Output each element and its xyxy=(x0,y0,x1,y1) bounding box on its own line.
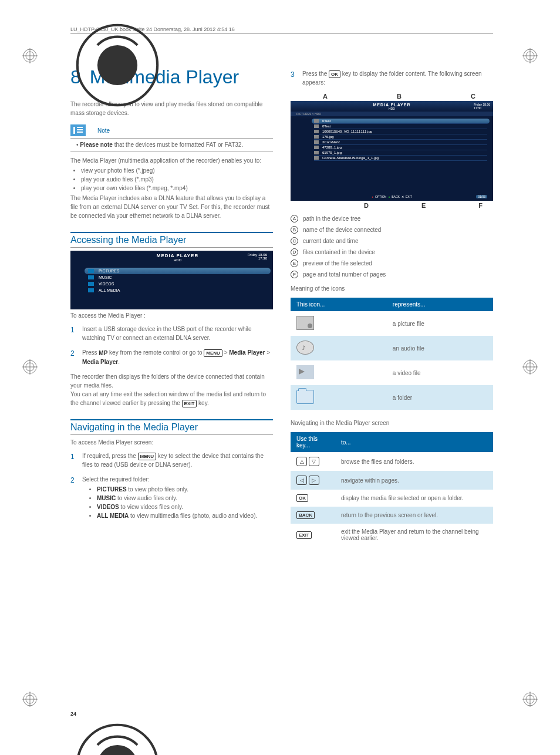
feature-item: view your photo files (*.jpeg) xyxy=(81,166,273,175)
callout-d-text: files contained in the device xyxy=(303,249,375,255)
registration-mark-icon xyxy=(22,359,38,375)
th-to: to... xyxy=(335,432,493,452)
icon-row-text: a video file xyxy=(387,360,493,385)
note-box: Note • Please note that the devices must… xyxy=(70,124,273,151)
icon-row-text: a folder xyxy=(387,385,493,410)
key-row-text: navigate within pages. xyxy=(335,471,493,490)
access-caption: To access the Media Player : xyxy=(70,311,273,320)
callout-b-text: name of the device connected xyxy=(303,227,381,233)
folder-icon xyxy=(296,390,314,404)
ok-keycap: OK xyxy=(329,70,340,78)
feature-item: play your audio files (*.mp3) xyxy=(81,175,273,184)
note-label: Note xyxy=(97,127,110,134)
corner-mark-icon xyxy=(518,21,531,34)
up-arrow-key-icon: △ xyxy=(296,457,307,466)
feature-item: play your own video files (*.mpeg, *.mp4… xyxy=(81,184,273,193)
nav-steps: 1 If required, press the MENU key to sel… xyxy=(70,451,273,521)
callout-label-a: A xyxy=(323,93,328,100)
key-function-table: Use this key...to... △ ▽browse the files… xyxy=(291,432,493,546)
menu-keycap: MENU xyxy=(204,349,222,357)
nav-step-1: If required, press the MENU key to selec… xyxy=(82,451,273,469)
nav-screen-caption: Navigating in the Media Player screen xyxy=(291,419,493,427)
picture-file-icon xyxy=(296,316,314,330)
callout-c-icon: C xyxy=(291,237,298,245)
corner-mark-icon xyxy=(29,721,42,734)
corner-mark-icon xyxy=(29,21,42,34)
down-arrow-key-icon: ▽ xyxy=(309,457,319,466)
nav-step-2: Select the required folder: PICTURES to … xyxy=(82,475,273,521)
mp-key-icon: MP xyxy=(99,349,107,358)
meaning-caption: Meaning of the icons xyxy=(291,284,493,293)
ok-keycap: OK xyxy=(296,494,308,502)
step-2: Press MP key from the remote control or … xyxy=(82,348,273,366)
callout-label-b: B xyxy=(397,93,402,100)
callout-label-c: C xyxy=(471,93,475,100)
callout-a-text: path in the device tree xyxy=(303,215,360,222)
callout-e-text: preview of the file selected xyxy=(303,260,372,267)
note-body: • Please note that the devices must be f… xyxy=(70,138,273,151)
icon-row-text: an audio file xyxy=(387,336,493,360)
registration-mark-icon xyxy=(522,359,538,375)
th-represents: represents... xyxy=(387,298,493,311)
audio-file-icon xyxy=(296,341,314,355)
nav-caption: To access Media Player screen: xyxy=(70,438,273,447)
back-keycap: BACK xyxy=(296,511,315,519)
after-steps-1: The recorder then displays the folders o… xyxy=(70,372,273,390)
menu-keycap: MENU xyxy=(138,453,157,460)
enables-text: The Media Player (multimedia application… xyxy=(70,156,273,165)
callout-label-d: D xyxy=(364,202,369,209)
th-key: Use this key... xyxy=(291,432,335,452)
callout-e-icon: E xyxy=(291,259,298,267)
video-file-icon xyxy=(296,365,314,379)
left-arrow-key-icon: ◁ xyxy=(296,476,307,485)
callout-a-icon: A xyxy=(291,215,298,223)
callout-f-icon: F xyxy=(291,271,298,278)
callout-d-icon: D xyxy=(291,248,298,256)
after-steps-2: You can at any time exit the selection w… xyxy=(70,390,273,407)
key-row-text: display the media file selected or open … xyxy=(335,490,493,507)
callout-c-text: current date and time xyxy=(303,238,359,244)
th-icon: This icon... xyxy=(291,298,387,311)
callout-definitions: Apath in the device tree Bname of the de… xyxy=(291,215,493,278)
note-icon xyxy=(70,124,86,136)
key-row-text: browse the files and folders. xyxy=(335,452,493,471)
screenshot-media-player-menu: Friday 18.0617:30 MEDIA PLAYER HDD PICTU… xyxy=(70,251,273,309)
section-navigating: Navigating in the Media Player xyxy=(70,419,273,435)
screenshot-file-browser: A B C MEDIA PLAYER HDD Friday 18.0617:30… xyxy=(291,93,493,209)
key-row-text: exit the Media Player and return to the … xyxy=(335,524,493,546)
callout-label-f: F xyxy=(478,202,483,209)
left-column: 8Multimedia Player The recorder allows y… xyxy=(70,66,273,555)
key-row-text: return to the previous screen or level. xyxy=(335,507,493,524)
step-3: Press the OK key to display the folder c… xyxy=(302,69,493,87)
icon-row-text: a picture file xyxy=(387,311,493,336)
access-steps: 1Insert a USB storage device in the USB … xyxy=(70,325,273,366)
dlna-paragraph: The Media Player includes also a DLNA fe… xyxy=(70,194,273,220)
icon-meaning-table: This icon...represents... a picture file… xyxy=(291,298,493,410)
feature-list: view your photo files (*.jpeg) play your… xyxy=(70,166,273,193)
callout-f-text: page and total number of pages xyxy=(303,271,386,278)
step-1: Insert a USB storage device in the USB p… xyxy=(82,325,273,342)
right-column: 3 Press the OK key to display the folder… xyxy=(291,66,493,555)
exit-keycap: EXIT xyxy=(182,400,197,407)
section-accessing: Accessing the Media Player xyxy=(70,232,273,248)
right-arrow-key-icon: ▷ xyxy=(309,476,319,485)
step-3-list: 3 Press the OK key to display the folder… xyxy=(291,69,493,87)
page-number: 24 xyxy=(70,711,76,717)
exit-keycap: EXIT xyxy=(296,531,312,539)
corner-mark-icon xyxy=(518,721,531,734)
callout-label-e: E xyxy=(421,202,426,209)
registration-mark-icon xyxy=(522,692,538,707)
callout-b-icon: B xyxy=(291,226,298,234)
registration-mark-icon xyxy=(22,692,38,707)
